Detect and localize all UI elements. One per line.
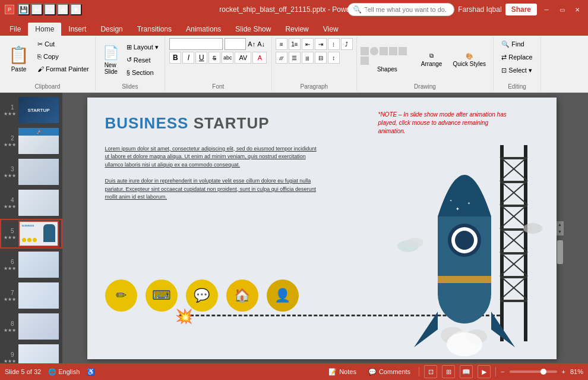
shape-item[interactable] <box>389 47 397 55</box>
slide-thumb-5[interactable]: 5 ★★★ BUSINESS <box>0 219 62 249</box>
copy-button[interactable]: ⎘ Copy <box>35 51 91 62</box>
select-button[interactable]: ⊡ Select ▾ <box>499 64 535 76</box>
slide-thumb-1[interactable]: 1 ★★★ STARTUP <box>0 95 62 125</box>
scrollbar-up-button[interactable]: ▲ <box>557 221 564 228</box>
decrease-indent-button[interactable]: ⇤ <box>302 38 314 50</box>
notes-button[interactable]: 📝 Notes <box>325 367 360 377</box>
zoom-in-button[interactable]: + <box>562 368 565 375</box>
tab-view[interactable]: View <box>316 23 346 36</box>
strikethrough-button[interactable]: S̶ <box>208 52 220 64</box>
shape-item[interactable] <box>361 47 369 55</box>
slide-thumb-2[interactable]: 2 ★★★ 🚀 <box>0 126 62 156</box>
slide-star-3: ★★★ <box>4 173 16 178</box>
slide-thumb-9[interactable]: 9 ★★★ <box>0 343 62 363</box>
slide-thumb-7[interactable]: 7 ★★★ <box>0 281 62 310</box>
slide-thumbnail-1: STARTUP <box>18 97 59 123</box>
line-spacing-button[interactable]: ↕ <box>328 52 340 64</box>
arrange-icon: ⧉ <box>429 52 434 59</box>
slide-canvas[interactable]: BUSINESS STARTUP *NOTE – In slide show m… <box>87 98 557 359</box>
layout-icon: ⊞ <box>127 43 132 51</box>
tab-file[interactable]: File <box>2 23 28 36</box>
slide-thumb-3[interactable]: 3 ★★★ <box>0 157 62 187</box>
decrease-font-button[interactable]: A↓ <box>257 40 265 48</box>
shape-item[interactable] <box>370 47 378 55</box>
tab-transitions[interactable]: Transitions <box>130 23 179 36</box>
arrange-button[interactable]: ⧉ Arrange <box>418 39 446 81</box>
slide-panel[interactable]: 1 ★★★ STARTUP 2 ★★★ 🚀 3 ★★★ <box>0 93 62 363</box>
normal-view-button[interactable]: ⊡ <box>424 365 437 378</box>
editing-label: Editing <box>494 83 540 90</box>
bullets-button[interactable]: ≡ <box>276 38 287 50</box>
redo-button[interactable]: ↪ <box>44 4 56 15</box>
comments-button[interactable]: 💬 Comments <box>365 367 414 377</box>
section-button[interactable]: § Section <box>124 67 161 78</box>
share-button[interactable]: Share <box>505 4 537 15</box>
quick-access-toolbar: 💾 ↩ ↪ 🖨 ▾ <box>18 4 82 15</box>
paste-button[interactable]: 📋 Paste <box>4 38 34 80</box>
arrange-label: Arrange <box>421 61 442 67</box>
minimize-button[interactable]: ─ <box>540 4 552 15</box>
replace-button[interactable]: ⇄ Replace <box>499 51 535 63</box>
new-slide-button[interactable]: 📄 NewSlide <box>99 39 123 81</box>
svg-rect-7 <box>500 276 527 278</box>
shape-item[interactable] <box>361 56 369 65</box>
font-color-button[interactable]: A <box>252 52 267 64</box>
paste-icon: 📋 <box>8 45 29 65</box>
increase-indent-button[interactable]: ⇥ <box>315 38 327 50</box>
columns-button[interactable]: ⫶ <box>328 38 340 50</box>
tab-animations[interactable]: Animations <box>179 23 228 36</box>
format-painter-button[interactable]: 🖌 Format Painter <box>35 63 91 75</box>
slide-thumb-8[interactable]: 8 ★★★ <box>0 312 62 341</box>
reset-button[interactable]: ↺ Reset <box>124 54 161 66</box>
align-center-button[interactable]: ☰ <box>289 52 301 64</box>
text-direction-button[interactable]: ⤴ <box>341 38 353 50</box>
increase-font-button[interactable]: A↑ <box>248 40 255 48</box>
app-icon: P <box>5 5 14 14</box>
tab-design[interactable]: Design <box>93 23 129 36</box>
help-search-input[interactable] <box>364 6 447 13</box>
align-right-button[interactable]: ⫼ <box>302 52 314 64</box>
undo-button[interactable]: ↩ <box>31 4 43 15</box>
slide-sorter-button[interactable]: ⊞ <box>442 365 455 378</box>
ribbon-group-drawing: Shapes ⧉ Arrange 🎨 Quick Styles Drawing <box>357 37 494 91</box>
slide-num-4: 4 <box>6 197 14 203</box>
tab-review[interactable]: Review <box>278 23 315 36</box>
zoom-thumb <box>540 369 546 375</box>
tab-slideshow[interactable]: Slide Show <box>228 23 278 36</box>
accessibility-button[interactable]: ♿ <box>87 368 95 376</box>
vertical-scrollbar[interactable]: ▲ ▼ <box>557 221 564 235</box>
close-button[interactable]: ✕ <box>571 4 583 15</box>
qat-dropdown[interactable]: ▾ <box>70 4 82 15</box>
zoom-slider[interactable] <box>510 370 557 373</box>
quick-styles-button[interactable]: 🎨 Quick Styles <box>449 39 489 81</box>
char-spacing-button[interactable]: AV <box>235 52 251 64</box>
align-left-button[interactable]: ⫻ <box>276 52 287 64</box>
numbering-button[interactable]: 1≡ <box>289 38 301 50</box>
italic-button[interactable]: I <box>182 52 194 64</box>
font-name-input[interactable] <box>169 38 223 50</box>
scrollbar-down-button[interactable]: ▼ <box>557 228 564 235</box>
cut-button[interactable]: ✂ Cut <box>35 38 91 50</box>
slide-thumb-6[interactable]: 6 ★★★ <box>0 250 62 279</box>
slideshow-button[interactable]: ▶ <box>478 365 491 378</box>
comments-label: Comments <box>379 368 410 375</box>
justify-button[interactable]: ⊟ <box>315 52 327 64</box>
find-button[interactable]: 🔍 Find <box>499 38 526 50</box>
scrollbar-thumb[interactable] <box>557 240 563 264</box>
zoom-out-button[interactable]: − <box>501 368 504 375</box>
font-size-input[interactable] <box>225 38 246 50</box>
bold-button[interactable]: B <box>169 52 181 64</box>
shape-item[interactable] <box>399 47 407 55</box>
slide-thumb-4[interactable]: 4 ★★★ <box>0 188 62 218</box>
underline-button[interactable]: U <box>195 52 207 64</box>
tab-insert[interactable]: Insert <box>61 23 93 36</box>
text-shadow-button[interactable]: abc <box>222 52 233 64</box>
layout-button[interactable]: ⊞ Layout ▾ <box>124 42 161 54</box>
print-button[interactable]: 🖨 <box>57 4 69 15</box>
tab-home[interactable]: Home <box>28 23 61 36</box>
shape-item[interactable] <box>380 47 388 55</box>
slide-thumbnail-2: 🚀 <box>18 128 59 154</box>
save-button[interactable]: 💾 <box>18 4 30 15</box>
restore-button[interactable]: ▭ <box>556 4 568 15</box>
reading-view-button[interactable]: 📖 <box>460 365 473 378</box>
